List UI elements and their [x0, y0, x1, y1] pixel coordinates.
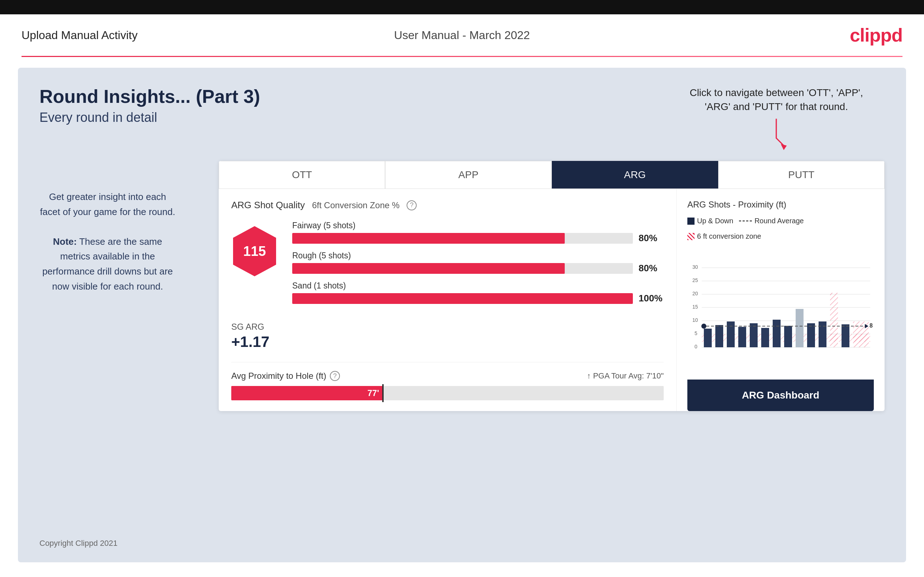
hexagon-container: 115 [231, 224, 278, 278]
score-section: 115 Fairway (5 shots) 80% [231, 221, 664, 311]
sg-section: SG ARG +1.17 [231, 322, 664, 350]
proximity-title-text: Avg Proximity to Hole (ft) [231, 371, 326, 381]
svg-rect-27 [807, 323, 815, 347]
top-bar [0, 0, 924, 15]
bar-label-rough: Rough (5 shots) [292, 251, 664, 261]
bar-fill-fairway [292, 233, 565, 244]
tabs-row: OTT APP ARG PUTT [219, 161, 885, 189]
right-panel-title: ARG Shots - Proximity (ft) [687, 200, 786, 210]
proximity-title: Avg Proximity to Hole (ft) ? [231, 371, 340, 381]
left-panel: ARG Shot Quality 6ft Conversion Zone % ?… [219, 189, 677, 411]
bar-row-fairway: Fairway (5 shots) 80% [292, 221, 664, 244]
svg-text:5: 5 [695, 330, 698, 336]
help-icon[interactable]: ? [407, 200, 417, 210]
footer: Copyright Clippd 2021 [39, 539, 118, 548]
header-center-label: User Manual - March 2022 [394, 29, 530, 42]
bar-outer-fairway [292, 233, 633, 244]
svg-rect-28 [819, 321, 827, 347]
svg-rect-24 [773, 320, 780, 347]
bar-fill-rough [292, 263, 565, 274]
header: Upload Manual Activity User Manual - Mar… [0, 15, 924, 56]
tab-putt[interactable]: PUTT [718, 161, 885, 189]
legend-item-avg: Round Average [739, 217, 804, 225]
panel-header: ARG Shot Quality 6ft Conversion Zone % ? [231, 200, 664, 211]
svg-text:10: 10 [692, 317, 698, 323]
svg-text:8: 8 [869, 322, 873, 329]
svg-text:25: 25 [692, 277, 698, 283]
note-label: Note: [53, 236, 77, 247]
bar-pct-rough: 80% [638, 263, 664, 274]
legend-updown-label: Up & Down [697, 217, 733, 225]
bar-label-fairway: Fairway (5 shots) [292, 221, 664, 230]
right-panel-header: ARG Shots - Proximity (ft) Up & Down Rou… [687, 200, 874, 240]
main-content: Round Insights... (Part 3) Every round i… [18, 68, 906, 562]
header-divider [21, 56, 903, 57]
section-subtitle: 6ft Conversion Zone % [312, 200, 399, 210]
bar-outer-rough [292, 263, 633, 274]
left-info: Get greater insight into each facet of y… [39, 190, 176, 294]
svg-text:0: 0 [695, 344, 698, 350]
chart-area: 0 5 10 15 20 25 30 [687, 250, 874, 380]
hex-number: 115 [243, 244, 266, 259]
legend-hatch-icon [687, 233, 695, 240]
bar-pct-fairway: 80% [638, 232, 664, 244]
proximity-section: Avg Proximity to Hole (ft) ? ↑ PGA Tour … [231, 362, 664, 400]
svg-rect-18 [704, 329, 712, 347]
bar-label-sand: Sand (1 shots) [292, 281, 664, 291]
tab-ott[interactable]: OTT [219, 161, 385, 189]
bar-outer-sand [292, 293, 633, 304]
left-info-text1: Get greater insight into each facet of y… [40, 191, 175, 217]
clippd-logo: clippd [850, 24, 903, 46]
proximity-help-icon[interactable]: ? [330, 371, 340, 381]
svg-point-33 [701, 324, 706, 329]
bar-track-fairway: 80% [292, 232, 664, 244]
section-title: ARG Shot Quality [231, 200, 305, 211]
svg-rect-23 [761, 328, 769, 347]
nav-arrow [690, 117, 863, 153]
tab-app[interactable]: APP [385, 161, 551, 189]
legend-avg-label: Round Average [754, 217, 804, 225]
svg-rect-19 [715, 325, 723, 347]
bar-track-rough: 80% [292, 263, 664, 274]
svg-rect-30 [842, 324, 850, 347]
bar-track-sand: 100% [292, 293, 664, 304]
bar-row-sand: Sand (1 shots) 100% [292, 281, 664, 304]
legend-item-hatch: 6 ft conversion zone [687, 232, 761, 240]
svg-text:20: 20 [692, 291, 698, 297]
pga-avg: ↑ PGA Tour Avg: 7'10" [587, 371, 664, 380]
svg-rect-22 [750, 323, 758, 347]
bars-section: Fairway (5 shots) 80% Rough (5 shots) [292, 221, 664, 311]
tab-arg[interactable]: ARG [552, 161, 718, 189]
legend-dashed-icon [739, 221, 752, 221]
proximity-header: Avg Proximity to Hole (ft) ? ↑ PGA Tour … [231, 371, 664, 381]
svg-rect-20 [727, 321, 735, 347]
legend: Up & Down Round Average [687, 217, 804, 225]
sg-value: +1.17 [231, 333, 664, 350]
legend-hatch-label: 6 ft conversion zone [697, 232, 761, 240]
legend-square-icon [687, 218, 695, 225]
svg-rect-21 [738, 327, 746, 347]
svg-rect-29 [830, 293, 838, 347]
nav-hint-text: Click to navigate between 'OTT', 'APP','… [690, 85, 863, 114]
sg-label: SG ARG [231, 322, 664, 332]
proximity-val: 77' [368, 388, 379, 398]
bar-fill-sand [292, 293, 633, 304]
right-panel: ARG Shots - Proximity (ft) Up & Down Rou… [677, 189, 885, 411]
proximity-cursor [382, 384, 384, 402]
dashboard-body: ARG Shot Quality 6ft Conversion Zone % ?… [219, 189, 885, 411]
bar-row-rough: Rough (5 shots) 80% [292, 251, 664, 274]
dashboard-panel: OTT APP ARG PUTT ARG Shot Quality 6ft Co… [219, 161, 885, 411]
proximity-bar-fill: 77' [231, 386, 383, 400]
legend-item-updown: Up & Down [687, 217, 733, 225]
svg-rect-25 [784, 326, 792, 347]
arg-dashboard-btn[interactable]: ARG Dashboard [687, 380, 874, 411]
bar-pct-sand: 100% [638, 293, 664, 304]
svg-marker-0 [781, 144, 787, 150]
svg-text:30: 30 [692, 264, 698, 270]
upload-label[interactable]: Upload Manual Activity [21, 29, 138, 42]
proximity-bar-outer: 77' [231, 386, 664, 400]
svg-rect-26 [796, 309, 803, 347]
nav-hint: Click to navigate between 'OTT', 'APP','… [690, 85, 863, 153]
legend2: 6 ft conversion zone [687, 232, 761, 240]
svg-text:15: 15 [692, 304, 698, 309]
